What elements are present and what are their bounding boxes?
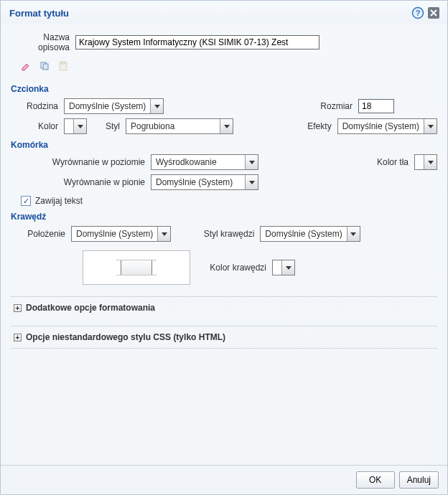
border-style-select[interactable]: Domyślnie (System) [260, 226, 360, 242]
descriptive-name-input[interactable] [75, 35, 319, 50]
font-color-label: Kolor [21, 121, 64, 131]
expander-more-formatting[interactable]: + Dodatkowe opcje formatowania [11, 296, 437, 319]
checkmark-icon: ✓ [21, 196, 31, 206]
font-style-label: Styl [97, 121, 126, 131]
border-position-label: Położenie [21, 229, 71, 239]
expander-css-label: Opcje niestandardowego stylu CSS (tylko … [26, 332, 225, 342]
copy-icon[interactable] [38, 60, 51, 72]
border-style-label: Styl krawędzi [195, 229, 260, 239]
expander-css[interactable]: + Opcje niestandardowego stylu CSS (tylk… [11, 326, 437, 349]
mini-toolbar [11, 57, 437, 78]
chevron-down-icon [220, 119, 233, 133]
dialog-title: Format tytułu [9, 8, 69, 19]
border-position-select[interactable]: Domyślnie (System) [71, 226, 171, 242]
font-family-select[interactable]: Domyślnie (System) [64, 98, 164, 114]
titlebar: Format tytułu ? [1, 1, 447, 24]
border-color-label: Kolor krawędzi [207, 263, 272, 273]
close-icon[interactable] [427, 6, 440, 19]
font-section-title: Czcionka [11, 84, 437, 94]
valign-select[interactable]: Domyślnie (System) [151, 174, 258, 190]
chevron-down-icon [347, 227, 360, 241]
bgcolor-label: Kolor tła [371, 157, 414, 167]
svg-rect-4 [43, 64, 48, 70]
chevron-down-icon [281, 260, 294, 275]
expander-more-formatting-label: Dodatkowe opcje formatowania [26, 303, 155, 313]
title-format-dialog: Format tytułu ? Nazwa opisowa [0, 0, 448, 495]
wrap-text-checkbox[interactable]: ✓ Zawijaj tekst [21, 196, 437, 206]
font-style-select[interactable]: Pogrubiona [126, 118, 233, 134]
border-style-value: Domyślnie (System) [261, 229, 346, 239]
chevron-down-icon [157, 227, 170, 241]
font-style-value: Pogrubiona [126, 121, 220, 131]
chevron-down-icon [424, 155, 437, 169]
font-effects-select[interactable]: Domyślnie (System) [337, 118, 437, 134]
cancel-button[interactable]: Anuluj [399, 471, 439, 489]
valign-label: Wyrównanie w pionie [47, 177, 151, 187]
border-position-value: Domyślnie (System) [72, 229, 157, 239]
svg-rect-6 [61, 62, 65, 64]
halign-select[interactable]: Wyśrodkowanie [151, 154, 258, 170]
font-size-label: Rozmiar [315, 101, 358, 111]
font-color-select[interactable] [64, 118, 87, 134]
font-effects-label: Efekty [302, 121, 337, 131]
dialog-body: Nazwa opisowa Czcionka [1, 24, 447, 465]
chevron-down-icon [245, 155, 258, 169]
help-icon[interactable]: ? [411, 6, 424, 19]
halign-value: Wyśrodkowanie [151, 157, 245, 167]
ok-button[interactable]: OK [356, 471, 395, 489]
font-size-input[interactable] [358, 99, 394, 113]
border-section-title: Krawędź [11, 212, 437, 222]
font-effects-value: Domyślnie (System) [338, 121, 424, 131]
chevron-down-icon [245, 175, 258, 189]
wrap-text-label: Zawijaj tekst [35, 196, 83, 206]
border-preview[interactable] [83, 250, 190, 285]
plus-icon: + [14, 334, 22, 341]
valign-value: Domyślnie (System) [151, 177, 245, 187]
halign-label: Wyrównanie w poziomie [47, 157, 151, 167]
bgcolor-select[interactable] [414, 154, 437, 170]
border-color-select[interactable] [272, 260, 295, 275]
font-family-value: Domyślnie (System) [65, 101, 150, 111]
cell-section-title: Komórka [11, 140, 437, 150]
svg-text:?: ? [416, 9, 421, 17]
plus-icon: + [14, 304, 22, 312]
chevron-down-icon [150, 99, 163, 113]
font-family-label: Rodzina [21, 101, 64, 111]
paste-icon[interactable] [57, 60, 70, 72]
button-bar: OK Anuluj [1, 465, 447, 494]
chevron-down-icon [73, 119, 86, 133]
eraser-icon[interactable] [19, 60, 32, 72]
descriptive-name-label: Nazwa opisowa [11, 32, 75, 52]
chevron-down-icon [424, 119, 437, 133]
